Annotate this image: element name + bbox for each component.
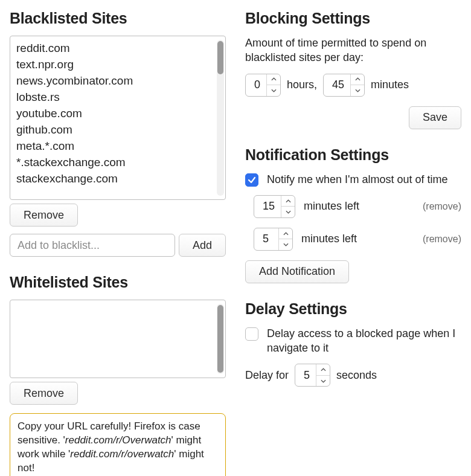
list-item[interactable]: text.npr.org bbox=[15, 56, 213, 72]
notification-minutes-stepper[interactable]: 15 bbox=[254, 195, 295, 218]
remove-notification-link[interactable]: (remove) bbox=[423, 234, 461, 245]
notification-minutes-stepper[interactable]: 5 bbox=[254, 228, 293, 251]
list-item[interactable]: reddit.com bbox=[15, 40, 213, 56]
scrollbar-track[interactable] bbox=[217, 40, 224, 196]
notification-label: minutes left bbox=[301, 233, 414, 245]
notification-minutes-value: 5 bbox=[254, 233, 278, 245]
blacklist-remove-button[interactable]: Remove bbox=[10, 204, 78, 227]
hours-label: hours, bbox=[287, 79, 317, 91]
notify-checkbox[interactable] bbox=[245, 173, 258, 187]
notifications-heading: Notification Settings bbox=[245, 146, 461, 164]
list-item[interactable]: stackexchange.com bbox=[15, 170, 213, 187]
scrollbar-track[interactable] bbox=[217, 304, 224, 374]
chevron-down-icon[interactable] bbox=[281, 206, 295, 217]
add-notification-button[interactable]: Add Notification bbox=[245, 260, 349, 283]
notification-row: 15minutes left(remove) bbox=[254, 195, 461, 218]
delay-checkbox-label: Delay access to a blocked page when I na… bbox=[267, 326, 461, 356]
blocking-desc: Amount of time permitted to spend on bla… bbox=[245, 36, 461, 65]
list-item[interactable]: youtube.com bbox=[15, 105, 213, 121]
minutes-value: 45 bbox=[324, 79, 350, 91]
list-item[interactable]: lobste.rs bbox=[15, 89, 213, 105]
chevron-up-icon[interactable] bbox=[279, 228, 292, 239]
blocking-heading: Blocking Settings bbox=[245, 10, 461, 27]
whitelist-warning: Copy your URL carefully! Firefox is case… bbox=[10, 413, 226, 476]
chevron-up-icon[interactable] bbox=[267, 74, 280, 85]
remove-notification-link[interactable]: (remove) bbox=[423, 201, 461, 212]
blacklist-heading: Blacklisted Sites bbox=[10, 10, 226, 27]
save-button[interactable]: Save bbox=[409, 106, 461, 129]
list-item[interactable]: news.ycombinator.com bbox=[15, 72, 213, 89]
blacklist-listbox[interactable]: reddit.comtext.npr.orgnews.ycombinator.c… bbox=[10, 36, 226, 200]
list-item[interactable]: *.stackexchange.com bbox=[15, 154, 213, 170]
delay-suffix: seconds bbox=[336, 369, 377, 382]
delay-value: 5 bbox=[295, 369, 316, 382]
chevron-down-icon[interactable] bbox=[279, 239, 292, 250]
delay-checkbox[interactable] bbox=[245, 327, 258, 341]
delay-heading: Delay Settings bbox=[245, 300, 461, 318]
chevron-down-icon[interactable] bbox=[316, 375, 330, 387]
minutes-label: minutes bbox=[371, 79, 409, 91]
notification-row: 5minutes left(remove) bbox=[254, 228, 461, 251]
chevron-down-icon[interactable] bbox=[351, 85, 364, 96]
minutes-stepper[interactable]: 45 bbox=[323, 74, 365, 97]
list-item[interactable]: meta.*.com bbox=[15, 138, 213, 154]
chevron-up-icon[interactable] bbox=[316, 364, 330, 375]
notification-minutes-value: 15 bbox=[254, 200, 281, 213]
blacklist-add-input[interactable]: Add to blacklist... bbox=[10, 234, 175, 257]
scrollbar-thumb[interactable] bbox=[217, 305, 223, 373]
whitelist-listbox[interactable] bbox=[10, 300, 226, 378]
blacklist-add-button[interactable]: Add bbox=[179, 234, 226, 257]
whitelist-remove-button[interactable]: Remove bbox=[10, 382, 78, 405]
scrollbar-thumb[interactable] bbox=[217, 41, 223, 74]
list-item[interactable]: github.com bbox=[15, 121, 213, 138]
whitelist-heading: Whitelisted Sites bbox=[10, 274, 226, 291]
notification-label: minutes left bbox=[304, 200, 414, 213]
chevron-down-icon[interactable] bbox=[267, 85, 280, 96]
delay-prefix: Delay for bbox=[245, 369, 289, 382]
notify-checkbox-label: Notify me when I'm almost out of time bbox=[267, 172, 448, 187]
hours-value: 0 bbox=[246, 79, 266, 91]
hours-stepper[interactable]: 0 bbox=[245, 74, 281, 97]
chevron-up-icon[interactable] bbox=[281, 196, 295, 207]
chevron-up-icon[interactable] bbox=[351, 74, 364, 85]
delay-stepper[interactable]: 5 bbox=[295, 364, 330, 387]
